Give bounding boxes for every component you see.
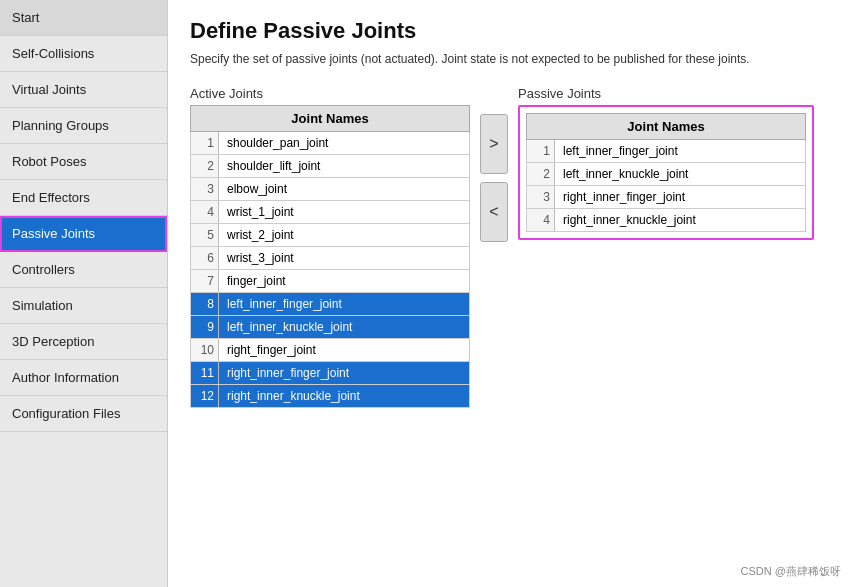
active-joint-row[interactable]: 4wrist_1_joint (191, 201, 470, 224)
row-num: 8 (191, 293, 219, 316)
joint-name: left_inner_finger_joint (555, 140, 806, 163)
active-col-header: Joint Names (191, 106, 470, 132)
active-joint-row[interactable]: 10right_finger_joint (191, 339, 470, 362)
sidebar-item-planning-groups[interactable]: Planning Groups (0, 108, 167, 144)
row-num: 5 (191, 224, 219, 247)
active-joint-row[interactable]: 12right_inner_knuckle_joint (191, 385, 470, 408)
passive-col-header: Joint Names (527, 114, 806, 140)
active-joint-row[interactable]: 2shoulder_lift_joint (191, 155, 470, 178)
sidebar-item-virtual-joints[interactable]: Virtual Joints (0, 72, 167, 108)
active-joint-row[interactable]: 5wrist_2_joint (191, 224, 470, 247)
passive-panel-wrapper: Joint Names 1left_inner_finger_joint2lef… (518, 105, 814, 240)
joint-name: wrist_2_joint (219, 224, 470, 247)
joint-name: shoulder_lift_joint (219, 155, 470, 178)
sidebar-item-passive-joints[interactable]: Passive Joints (0, 216, 167, 252)
active-joint-row[interactable]: 6wrist_3_joint (191, 247, 470, 270)
move-left-button[interactable]: < (480, 182, 508, 242)
joint-name: right_inner_finger_joint (555, 186, 806, 209)
joint-name: finger_joint (219, 270, 470, 293)
passive-joint-row[interactable]: 2left_inner_knuckle_joint (527, 163, 806, 186)
passive-joint-row[interactable]: 3right_inner_finger_joint (527, 186, 806, 209)
joint-name: left_inner_finger_joint (219, 293, 470, 316)
row-num: 1 (191, 132, 219, 155)
sidebar-item-end-effectors[interactable]: End Effectors (0, 180, 167, 216)
row-num: 3 (191, 178, 219, 201)
sidebar-item-self-collisions[interactable]: Self-Collisions (0, 36, 167, 72)
passive-joints-label: Passive Joints (518, 86, 814, 101)
sidebar-item-configuration-files[interactable]: Configuration Files (0, 396, 167, 432)
joint-name: right_inner_knuckle_joint (555, 209, 806, 232)
passive-joints-table: Joint Names 1left_inner_finger_joint2lef… (526, 113, 806, 232)
sidebar-item-robot-poses[interactable]: Robot Poses (0, 144, 167, 180)
active-joint-row[interactable]: 3elbow_joint (191, 178, 470, 201)
active-joints-panel: Active Joints Joint Names 1shoulder_pan_… (190, 86, 470, 408)
row-num: 12 (191, 385, 219, 408)
row-num: 4 (191, 201, 219, 224)
row-num: 10 (191, 339, 219, 362)
active-joint-row[interactable]: 7finger_joint (191, 270, 470, 293)
passive-joint-row[interactable]: 1left_inner_finger_joint (527, 140, 806, 163)
joint-name: left_inner_knuckle_joint (219, 316, 470, 339)
active-joint-row[interactable]: 1shoulder_pan_joint (191, 132, 470, 155)
row-num: 7 (191, 270, 219, 293)
sidebar-item-author-information[interactable]: Author Information (0, 360, 167, 396)
passive-joint-row[interactable]: 4right_inner_knuckle_joint (527, 209, 806, 232)
page-title: Define Passive Joints (190, 18, 831, 44)
sidebar-item-3d-perception[interactable]: 3D Perception (0, 324, 167, 360)
row-num: 2 (527, 163, 555, 186)
row-num: 11 (191, 362, 219, 385)
row-num: 9 (191, 316, 219, 339)
active-joints-label: Active Joints (190, 86, 470, 101)
row-num: 2 (191, 155, 219, 178)
passive-joints-panel: Passive Joints Joint Names 1left_inner_f… (518, 86, 814, 240)
row-num: 6 (191, 247, 219, 270)
joint-name: right_finger_joint (219, 339, 470, 362)
active-joint-row[interactable]: 11right_inner_finger_joint (191, 362, 470, 385)
sidebar-item-controllers[interactable]: Controllers (0, 252, 167, 288)
main-content: Define Passive Joints Specify the set of… (168, 0, 853, 587)
active-joints-table: Joint Names 1shoulder_pan_joint2shoulder… (190, 105, 470, 408)
joints-area: Active Joints Joint Names 1shoulder_pan_… (190, 86, 831, 408)
move-right-button[interactable]: > (480, 114, 508, 174)
joint-name: left_inner_knuckle_joint (555, 163, 806, 186)
sidebar: StartSelf-CollisionsVirtual JointsPlanni… (0, 0, 168, 587)
transfer-buttons: > < (470, 110, 518, 246)
joint-name: shoulder_pan_joint (219, 132, 470, 155)
sidebar-item-start[interactable]: Start (0, 0, 167, 36)
active-joint-row[interactable]: 8left_inner_finger_joint (191, 293, 470, 316)
row-num: 4 (527, 209, 555, 232)
row-num: 1 (527, 140, 555, 163)
watermark: CSDN @燕肆稀饭呀 (741, 564, 841, 579)
joint-name: elbow_joint (219, 178, 470, 201)
joint-name: wrist_3_joint (219, 247, 470, 270)
page-description: Specify the set of passive joints (not a… (190, 50, 810, 68)
joint-name: right_inner_finger_joint (219, 362, 470, 385)
active-joint-row[interactable]: 9left_inner_knuckle_joint (191, 316, 470, 339)
sidebar-item-simulation[interactable]: Simulation (0, 288, 167, 324)
joint-name: wrist_1_joint (219, 201, 470, 224)
joint-name: right_inner_knuckle_joint (219, 385, 470, 408)
row-num: 3 (527, 186, 555, 209)
